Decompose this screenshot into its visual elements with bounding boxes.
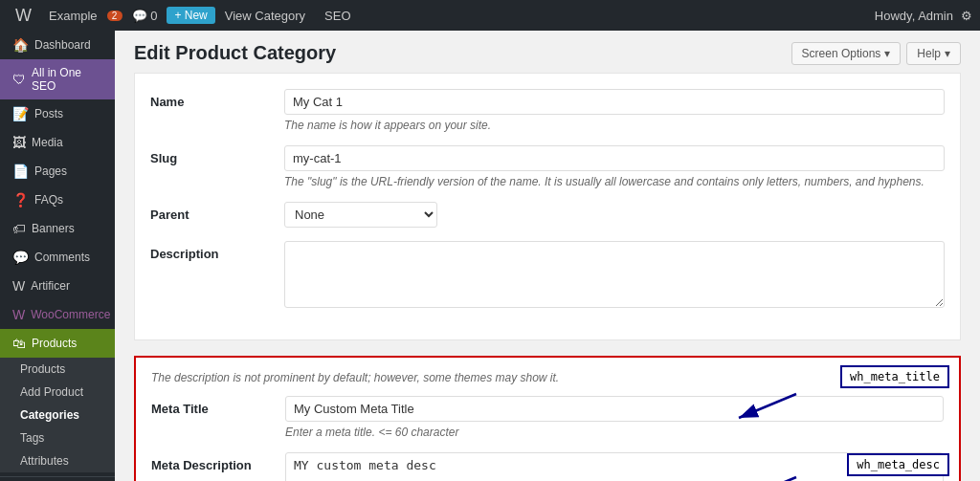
- slug-label: Slug: [150, 145, 284, 165]
- meta-title-hint: Enter a meta title. <= 60 character: [285, 426, 944, 439]
- comments-icon: 💬: [12, 250, 29, 265]
- site-name[interactable]: Example: [39, 9, 107, 23]
- help-label: Help: [917, 47, 941, 60]
- pages-icon: 📄: [12, 164, 29, 179]
- products-submenu: Products Add Product Categories Tags Att…: [0, 358, 115, 472]
- posts-icon: 📝: [12, 106, 29, 121]
- sidebar-item-woocommerce[interactable]: W WooCommerce: [0, 300, 115, 329]
- section-top-hint: The description is not prominent by defa…: [151, 371, 944, 384]
- sidebar-sub-products[interactable]: Products: [0, 358, 115, 381]
- sidebar-item-artificer[interactable]: W Artificer: [0, 272, 115, 300]
- screen-options-label: Screen Options: [802, 47, 881, 60]
- meta-desc-field: Enter a meta description. <= 160 charact…: [285, 452, 944, 481]
- page-title: Edit Product Category: [134, 42, 336, 64]
- page-header: Edit Product Category Screen Options ▾ H…: [115, 31, 980, 73]
- sidebar-item-comments[interactable]: 💬 Comments: [0, 243, 115, 272]
- media-icon: 🖼: [12, 135, 26, 150]
- help-button[interactable]: Help ▾: [906, 42, 961, 65]
- banners-icon: 🏷: [12, 221, 26, 236]
- update-count[interactable]: 2: [107, 11, 122, 21]
- wp-logo[interactable]: W: [8, 6, 39, 26]
- sidebar-sub-categories[interactable]: Categories: [0, 404, 115, 426]
- products-icon: 🛍: [12, 336, 26, 351]
- seo-section: The description is not prominent by defa…: [134, 356, 961, 481]
- meta-title-label: Meta Title: [151, 396, 285, 416]
- parent-row: Parent None: [150, 202, 945, 228]
- annotation-meta-title: wh_meta_title: [840, 365, 949, 388]
- name-hint: The name is how it appears on your site.: [284, 119, 945, 132]
- main-content: Edit Product Category Screen Options ▾ H…: [115, 31, 980, 481]
- howdy-text: Howdy, Admin: [875, 9, 953, 23]
- adminbar-right: Howdy, Admin ⚙: [875, 9, 972, 23]
- sidebar-item-media[interactable]: 🖼 Media: [0, 128, 115, 157]
- meta-title-row: Meta Title Enter a meta title. <= 60 cha…: [151, 396, 944, 439]
- description-field: [284, 241, 945, 311]
- sidebar-sub-add-product[interactable]: Add Product: [0, 381, 115, 404]
- arrow-meta-title: [720, 384, 815, 423]
- meta-desc-label: Meta Description: [151, 452, 285, 472]
- header-actions: Screen Options ▾ Help ▾: [791, 42, 961, 65]
- settings-icon[interactable]: ⚙: [961, 9, 972, 23]
- screen-options-chevron: ▾: [884, 47, 890, 60]
- sidebar-item-pages[interactable]: 📄 Pages: [0, 157, 115, 186]
- category-form: Name The name is how it appears on your …: [134, 73, 961, 340]
- faqs-icon: ❓: [12, 192, 29, 208]
- screen-options-button[interactable]: Screen Options ▾: [791, 42, 902, 65]
- meta-title-field: Enter a meta title. <= 60 character: [285, 396, 944, 439]
- slug-row: Slug The "slug" is the URL-friendly vers…: [150, 145, 945, 188]
- arrow-meta-desc: [720, 468, 815, 481]
- sidebar-item-banners[interactable]: 🏷 Banners: [0, 214, 115, 243]
- slug-hint: The "slug" is the URL-friendly version o…: [284, 175, 945, 188]
- parent-label: Parent: [150, 202, 284, 222]
- sidebar: 🏠 Dashboard 🛡 All in One SEO 📝 Posts 🖼 M…: [0, 31, 115, 481]
- description-label: Description: [150, 241, 284, 261]
- admin-bar: W Example 2 💬 0 + New View Category SEO …: [0, 0, 980, 31]
- dashboard-icon: 🏠: [12, 37, 29, 53]
- meta-desc-textarea[interactable]: [285, 452, 944, 481]
- annotation-meta-desc: wh_meta_desc: [847, 453, 949, 476]
- sidebar-item-posts[interactable]: 📝 Posts: [0, 99, 115, 128]
- seo-link[interactable]: SEO: [315, 9, 360, 23]
- slug-input[interactable]: [284, 145, 945, 171]
- svg-line-1: [739, 394, 796, 418]
- description-row: Description: [150, 241, 945, 311]
- slug-field: The "slug" is the URL-friendly version o…: [284, 145, 945, 188]
- sidebar-item-dashboard[interactable]: 🏠 Dashboard: [0, 31, 115, 59]
- name-input[interactable]: [284, 89, 945, 115]
- name-field: The name is how it appears on your site.: [284, 89, 945, 132]
- sidebar-item-all-in-one-seo[interactable]: 🛡 All in One SEO: [0, 59, 115, 99]
- name-label: Name: [150, 89, 284, 109]
- meta-desc-row: Meta Description Enter a meta descriptio…: [151, 452, 944, 481]
- sidebar-sub-tags[interactable]: Tags: [0, 426, 115, 449]
- parent-field: None: [284, 202, 945, 228]
- seo-icon: 🛡: [12, 72, 26, 87]
- sidebar-item-products[interactable]: 🛍 Products: [0, 329, 115, 358]
- artificer-icon: W: [12, 278, 25, 294]
- sidebar-sub-attributes[interactable]: Attributes: [0, 449, 115, 472]
- parent-select[interactable]: None: [284, 202, 437, 228]
- svg-line-3: [739, 477, 796, 481]
- woocommerce-icon: W: [12, 307, 25, 322]
- new-content-button[interactable]: + New: [167, 7, 214, 24]
- sidebar-item-faqs[interactable]: ❓ FAQs: [0, 186, 115, 214]
- view-category-link[interactable]: View Category: [215, 9, 315, 23]
- comments-link[interactable]: 💬 0: [122, 9, 167, 23]
- name-row: Name The name is how it appears on your …: [150, 89, 945, 132]
- meta-title-input[interactable]: [285, 396, 944, 422]
- help-chevron: ▾: [945, 47, 950, 60]
- description-textarea[interactable]: [284, 241, 945, 308]
